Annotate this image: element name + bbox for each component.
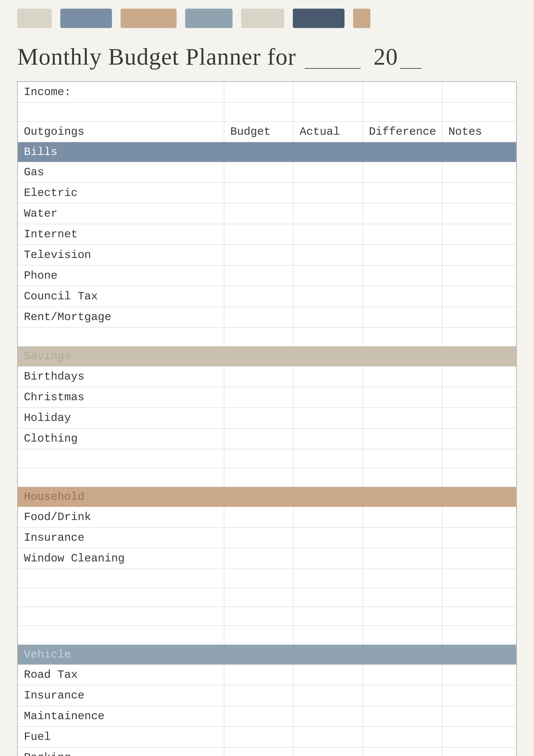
top-bar-block-1 [17, 9, 52, 28]
income-label: Income: [18, 82, 224, 103]
col-difference: Difference [363, 122, 442, 142]
maintenance-label: Maintainence [18, 706, 224, 727]
electric-label: Electric [18, 183, 224, 203]
budget-table-container: Income: Outgoings Budget A [17, 81, 517, 756]
category-savings-header: Savings [18, 346, 516, 366]
column-header-row: Outgoings Budget Actual Difference Notes [18, 122, 516, 142]
spacer-row [18, 103, 516, 122]
page: Monthly Budget Planner for 20 Income: [0, 0, 534, 756]
row-water: Water [18, 203, 516, 224]
row-television: Television [18, 245, 516, 265]
row-rent-mortgage: Rent/Mortgage [18, 307, 516, 328]
income-diff [363, 82, 442, 103]
col-actual: Actual [293, 122, 363, 142]
row-insurance-household: Insurance [18, 527, 516, 548]
income-budget [224, 82, 293, 103]
internet-label: Internet [18, 224, 224, 245]
category-vehicle-header: Vehicle [18, 645, 516, 664]
water-label: Water [18, 203, 224, 224]
top-color-bar [0, 0, 534, 35]
savings-empty-1 [18, 449, 516, 468]
road-tax-label: Road Tax [18, 664, 224, 685]
household-empty-2 [18, 588, 516, 607]
top-bar-block-6 [293, 9, 344, 28]
rent-mortgage-label: Rent/Mortgage [18, 307, 224, 328]
savings-label: Savings [18, 346, 516, 366]
row-window-cleaning: Window Cleaning [18, 548, 516, 569]
household-empty-1 [18, 569, 516, 588]
col-outgoings: Outgoings [18, 122, 224, 142]
row-birthdays: Birthdays [18, 366, 516, 387]
bills-empty-1 [18, 328, 516, 346]
savings-empty-2 [18, 468, 516, 487]
row-christmas: Christmas [18, 387, 516, 408]
row-internet: Internet [18, 224, 516, 245]
title-text: Monthly Budget Planner for [17, 43, 296, 70]
top-bar-block-7 [353, 9, 370, 28]
row-insurance-vehicle: Insurance [18, 685, 516, 706]
income-actual [293, 82, 363, 103]
holiday-label: Holiday [18, 408, 224, 428]
insurance-household-label: Insurance [18, 527, 224, 548]
clothing-label: Clothing [18, 428, 224, 449]
christmas-label: Christmas [18, 387, 224, 408]
row-gas: Gas [18, 162, 516, 183]
birthdays-label: Birthdays [18, 366, 224, 387]
gas-label: Gas [18, 162, 224, 183]
top-bar-block-2 [60, 9, 112, 28]
fuel-label: Fuel [18, 727, 224, 747]
budget-table: Income: Outgoings Budget A [18, 82, 516, 756]
parking-label: Parking [18, 747, 224, 756]
row-holiday: Holiday [18, 408, 516, 428]
row-clothing: Clothing [18, 428, 516, 449]
row-food-drink: Food/Drink [18, 507, 516, 527]
vehicle-label: Vehicle [18, 645, 516, 664]
category-bills-header: Bills [18, 142, 516, 162]
row-phone: Phone [18, 265, 516, 286]
row-parking: Parking [18, 747, 516, 756]
category-household-header: Household [18, 487, 516, 507]
row-fuel: Fuel [18, 727, 516, 747]
phone-label: Phone [18, 265, 224, 286]
row-electric: Electric [18, 183, 516, 203]
row-road-tax: Road Tax [18, 664, 516, 685]
top-bar-block-4 [185, 9, 233, 28]
household-empty-4 [18, 626, 516, 645]
page-title: Monthly Budget Planner for 20 [0, 35, 534, 81]
income-row: Income: [18, 82, 516, 103]
col-notes: Notes [442, 122, 516, 142]
year-underline [400, 68, 421, 69]
household-label: Household [18, 487, 516, 507]
window-cleaning-label: Window Cleaning [18, 548, 224, 569]
top-bar-block-5 [241, 9, 284, 28]
household-empty-3 [18, 607, 516, 626]
month-underline [305, 68, 361, 69]
food-drink-label: Food/Drink [18, 507, 224, 527]
col-budget: Budget [224, 122, 293, 142]
row-maintenance: Maintainence [18, 706, 516, 727]
council-tax-label: Council Tax [18, 286, 224, 307]
bills-label: Bills [18, 142, 516, 162]
row-council-tax: Council Tax [18, 286, 516, 307]
insurance-vehicle-label: Insurance [18, 685, 224, 706]
television-label: Television [18, 245, 224, 265]
income-notes [442, 82, 516, 103]
year-prefix: 20 [373, 43, 398, 70]
top-bar-block-3 [120, 9, 177, 28]
